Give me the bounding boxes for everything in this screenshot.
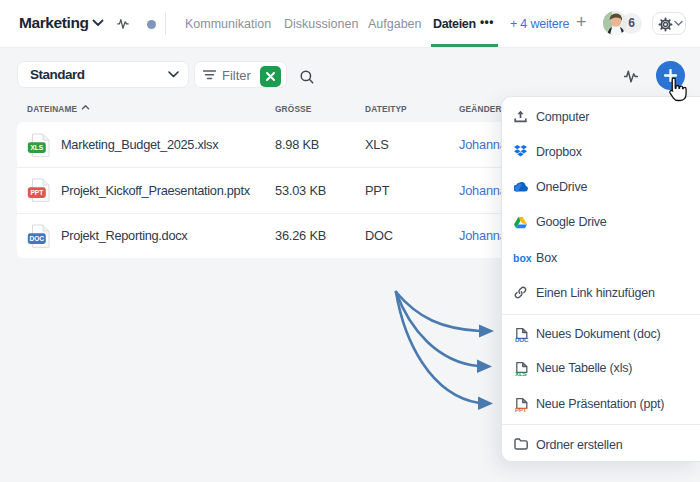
- svg-text:PPT: PPT: [515, 405, 527, 412]
- svg-text:DOC: DOC: [29, 235, 44, 242]
- svg-text:XLS: XLS: [515, 370, 527, 377]
- svg-text:PPT: PPT: [30, 189, 43, 196]
- svg-text:box: box: [513, 252, 532, 264]
- svg-text:DOC: DOC: [515, 335, 529, 342]
- svg-text:XLS: XLS: [30, 144, 43, 151]
